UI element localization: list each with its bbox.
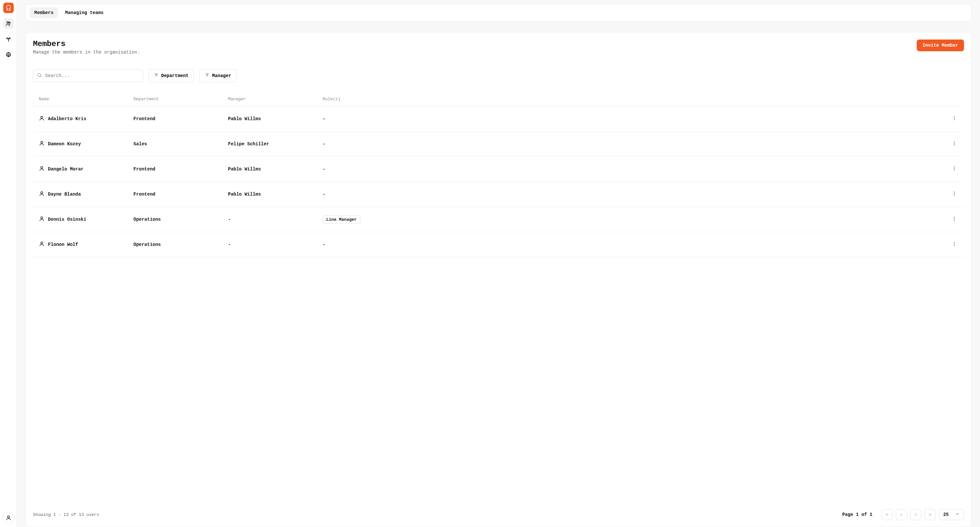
filter-icon bbox=[154, 73, 159, 79]
svg-point-17 bbox=[41, 192, 43, 193]
svg-point-24 bbox=[954, 220, 955, 221]
member-name: Dennis Osinski bbox=[48, 217, 86, 222]
page-last-button[interactable] bbox=[924, 509, 935, 520]
page-size-value: 25 bbox=[943, 512, 949, 517]
person-icon bbox=[39, 241, 45, 248]
row-actions-button[interactable] bbox=[950, 240, 958, 249]
table-header: Name Department Manager Role(s) bbox=[33, 97, 964, 107]
person-icon bbox=[39, 166, 45, 173]
search-input[interactable] bbox=[33, 70, 143, 82]
search-icon bbox=[37, 72, 42, 79]
svg-point-4 bbox=[38, 73, 41, 77]
cell-actions bbox=[945, 114, 958, 123]
column-header-department: Department bbox=[134, 97, 228, 102]
member-name: Dameon Kozey bbox=[48, 141, 81, 147]
svg-point-26 bbox=[954, 242, 955, 243]
svg-point-19 bbox=[954, 193, 955, 194]
column-header-name: Name bbox=[39, 97, 134, 102]
user-avatar-button[interactable] bbox=[3, 512, 14, 524]
cell-department: Frontend bbox=[134, 166, 228, 172]
svg-point-5 bbox=[41, 116, 43, 118]
invite-member-button[interactable]: Invite Member bbox=[917, 40, 964, 51]
nav-members[interactable] bbox=[3, 18, 14, 29]
row-actions-button[interactable] bbox=[950, 190, 958, 199]
cell-actions bbox=[945, 240, 958, 249]
person-icon bbox=[39, 115, 45, 123]
tab-managing-teams[interactable]: Managing teams bbox=[60, 8, 108, 18]
page-first-button[interactable] bbox=[881, 509, 892, 520]
person-icon bbox=[39, 191, 45, 198]
member-name: Dayne Blanda bbox=[48, 192, 81, 197]
cell-manager: Pablo Willms bbox=[228, 192, 323, 197]
cell-manager: Felipe Schiller bbox=[228, 141, 323, 147]
svg-point-11 bbox=[954, 143, 955, 144]
nav-palm[interactable] bbox=[3, 34, 14, 45]
member-name: Dangelo Morar bbox=[48, 166, 84, 172]
filter-manager-button[interactable]: Manager bbox=[199, 69, 237, 82]
member-name: Adalberto Kris bbox=[48, 116, 86, 121]
cell-roles: - bbox=[323, 116, 945, 121]
cell-roles: Line Manager bbox=[323, 216, 945, 224]
table-row: Dameon KozeySalesFelipe Schiller- bbox=[33, 132, 964, 157]
members-panel: Members Manage the members in the organi… bbox=[25, 32, 972, 527]
row-actions-button[interactable] bbox=[950, 215, 958, 224]
svg-point-21 bbox=[41, 217, 43, 219]
svg-point-23 bbox=[954, 219, 955, 219]
cell-name: Dameon Kozey bbox=[39, 141, 134, 148]
svg-point-13 bbox=[41, 166, 43, 168]
table-row: Flonon WolfOperations-- bbox=[33, 232, 964, 257]
cell-actions bbox=[945, 164, 958, 174]
cell-roles: - bbox=[323, 242, 945, 247]
svg-point-25 bbox=[41, 242, 43, 244]
svg-point-14 bbox=[954, 166, 955, 167]
person-icon bbox=[39, 216, 45, 223]
cell-name: Adalberto Kris bbox=[39, 115, 134, 123]
cell-actions bbox=[945, 139, 958, 149]
page-next-button[interactable] bbox=[910, 509, 921, 520]
cell-department: Frontend bbox=[134, 116, 228, 121]
svg-point-3 bbox=[8, 516, 10, 518]
row-actions-button[interactable] bbox=[950, 114, 958, 123]
cell-roles: - bbox=[323, 141, 945, 147]
svg-point-28 bbox=[954, 245, 955, 246]
filter-department-button[interactable]: Department bbox=[148, 69, 194, 82]
cell-roles: - bbox=[323, 166, 945, 172]
svg-point-12 bbox=[954, 145, 955, 145]
member-name: Flonon Wolf bbox=[48, 242, 78, 247]
pagination-summary: Showing 1 - 13 of 13 users bbox=[33, 512, 99, 517]
svg-point-6 bbox=[954, 116, 955, 117]
table-row: Dennis OsinskiOperations-Line Manager bbox=[33, 207, 964, 232]
svg-point-7 bbox=[954, 118, 955, 118]
cell-manager: - bbox=[228, 217, 323, 222]
filter-icon bbox=[205, 73, 210, 79]
svg-point-20 bbox=[954, 195, 955, 196]
row-actions-button[interactable] bbox=[950, 164, 958, 174]
cell-manager: Pablo Willms bbox=[228, 166, 323, 172]
app-logo[interactable] bbox=[3, 3, 14, 13]
cell-manager: Pablo Willms bbox=[228, 116, 323, 121]
page-title: Members bbox=[33, 40, 140, 48]
svg-point-15 bbox=[954, 168, 955, 169]
cell-roles: - bbox=[323, 192, 945, 197]
cell-department: Operations bbox=[134, 217, 228, 222]
filter-manager-label: Manager bbox=[212, 73, 231, 78]
column-header-roles: Role(s) bbox=[323, 97, 945, 102]
tab-members[interactable]: Members bbox=[30, 8, 58, 18]
cell-department: Frontend bbox=[134, 192, 228, 197]
cell-name: Flonon Wolf bbox=[39, 241, 134, 248]
page-indicator: Page 1 of 1 bbox=[842, 512, 872, 517]
page-size-select[interactable]: 25 bbox=[939, 509, 964, 520]
svg-point-27 bbox=[954, 244, 955, 244]
nav-settings[interactable] bbox=[3, 50, 14, 60]
cell-name: Dayne Blanda bbox=[39, 191, 134, 198]
svg-point-18 bbox=[954, 192, 955, 192]
cell-actions bbox=[945, 190, 958, 199]
page-prev-button[interactable] bbox=[896, 509, 907, 520]
table-row: Dayne BlandaFrontendPablo Willms- bbox=[33, 182, 964, 207]
row-actions-button[interactable] bbox=[950, 139, 958, 149]
cell-department: Operations bbox=[134, 242, 228, 247]
chevron-down-icon bbox=[955, 512, 960, 517]
main-content: Members Managing teams Members Manage th… bbox=[17, 0, 980, 527]
svg-point-10 bbox=[954, 141, 955, 142]
cell-department: Sales bbox=[134, 141, 228, 147]
